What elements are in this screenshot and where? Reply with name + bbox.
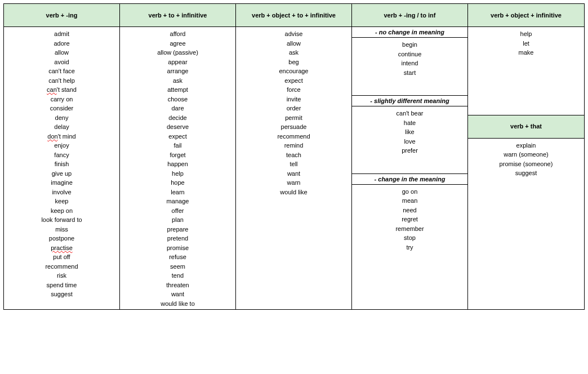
word: tend	[122, 271, 233, 280]
word: manage	[122, 197, 233, 206]
word: finish	[6, 159, 117, 169]
column-verb-obj-to-inf: verb + object + to + infinitive adviseal…	[236, 4, 352, 309]
word: can't stand	[6, 85, 117, 95]
word: recommend	[238, 132, 349, 141]
word: spend time	[6, 280, 117, 290]
word: ask	[122, 76, 233, 86]
word: help	[122, 169, 233, 179]
word: expect	[122, 132, 233, 141]
word: continue	[354, 50, 465, 59]
word: persuade	[238, 122, 349, 132]
word: teach	[238, 150, 349, 160]
list-col3: adviseallowaskbegencourageexpectforceinv…	[236, 27, 351, 309]
word: would like to	[122, 299, 233, 309]
word: look forward to	[6, 215, 117, 225]
word: like	[354, 127, 465, 137]
word: suggest	[470, 168, 582, 178]
word: carry on	[6, 95, 117, 104]
word: consider	[6, 104, 117, 113]
word: fancy	[6, 150, 117, 160]
word: enjoy	[6, 141, 117, 150]
header-col2: verb + to + infinitive	[120, 4, 235, 27]
word: attempt	[122, 85, 233, 95]
word: dare	[122, 104, 233, 113]
word: arrange	[122, 66, 233, 76]
word: keep on	[6, 206, 117, 216]
word: mean	[354, 196, 465, 206]
list-col1: admitadoreallowavoidcan't facecan't help…	[4, 27, 119, 309]
list-col4-change-meaning: go onmeanneedregretrememberstoptry	[352, 185, 467, 253]
list-col5-that: explainwarn (someone)promise (someone)su…	[468, 139, 584, 179]
word: want	[238, 169, 349, 179]
list-col5-obj-inf: helpletmake	[468, 27, 584, 59]
word: let	[470, 39, 582, 48]
column-verb-to-inf: verb + to + infinitive affordagreeallow …	[120, 4, 236, 309]
word: invite	[238, 95, 349, 104]
word: remember	[354, 224, 465, 234]
word: afford	[122, 29, 233, 39]
word: risk	[6, 271, 117, 280]
word: admit	[6, 29, 117, 39]
word: pretend	[122, 234, 233, 243]
word: can't help	[6, 76, 117, 86]
subheader-no-change: - no change in meaning	[352, 27, 467, 38]
word: order	[238, 104, 349, 113]
word: permit	[238, 113, 349, 123]
word: learn	[122, 188, 233, 197]
word: would like	[238, 188, 349, 197]
word: allow	[6, 48, 117, 57]
header-col1: verb + -ing	[4, 4, 119, 27]
word: want	[122, 290, 233, 299]
word: need	[354, 206, 465, 215]
word: warn	[238, 178, 349, 188]
word: allow	[238, 39, 349, 48]
word: encourage	[238, 66, 349, 76]
list-col2: affordagreeallow (passive)appeararrangea…	[120, 27, 235, 309]
word: fail	[122, 141, 233, 150]
word: advise	[238, 29, 349, 39]
header-col5a: verb + object + infinitive	[468, 4, 584, 27]
word: hope	[122, 178, 233, 188]
word: give up	[6, 169, 117, 179]
word: help	[470, 29, 582, 39]
word: keep	[6, 197, 117, 206]
list-col4-slightly-different: can't bearhatelikeloveprefer	[352, 106, 467, 157]
word: can't bear	[354, 109, 465, 118]
word: agree	[122, 39, 233, 48]
word: begin	[354, 40, 465, 50]
word: adore	[6, 39, 117, 48]
subheader-change-meaning: - change in the meaning	[352, 173, 467, 185]
word: prefer	[354, 146, 465, 155]
word: warn (someone)	[470, 150, 582, 159]
word: intend	[354, 59, 465, 68]
word: tell	[238, 159, 349, 169]
word: explain	[470, 141, 582, 150]
word: suggest	[6, 290, 117, 299]
list-col4-no-change: begincontinueintendstart	[352, 38, 467, 78]
column-verb-ing-or-inf: verb + -ing / to inf - no change in mean…	[352, 4, 468, 309]
column-verb-obj-inf-and-that: verb + object + infinitive helpletmake v…	[468, 4, 584, 309]
word: prepare	[122, 225, 233, 234]
word: love	[354, 137, 465, 146]
word: recommend	[6, 262, 117, 271]
word: avoid	[6, 57, 117, 67]
word: decide	[122, 113, 233, 123]
word: forget	[122, 150, 233, 160]
word: hate	[354, 118, 465, 128]
word: appear	[122, 57, 233, 67]
word: regret	[354, 215, 465, 224]
word: put off	[6, 252, 117, 262]
verb-patterns-table: verb + -ing admitadoreallowavoidcan't fa…	[3, 3, 585, 310]
header-col4: verb + -ing / to inf	[352, 4, 467, 27]
word: postpone	[6, 234, 117, 243]
word: ask	[238, 48, 349, 57]
word: refuse	[122, 252, 233, 262]
word: happen	[122, 159, 233, 169]
word: plan	[122, 215, 233, 225]
word: promise (someone)	[470, 159, 582, 169]
word: start	[354, 68, 465, 78]
word: practise	[6, 243, 117, 253]
word: deny	[6, 113, 117, 123]
header-col5b: verb + that	[468, 115, 584, 139]
word: miss	[6, 225, 117, 234]
